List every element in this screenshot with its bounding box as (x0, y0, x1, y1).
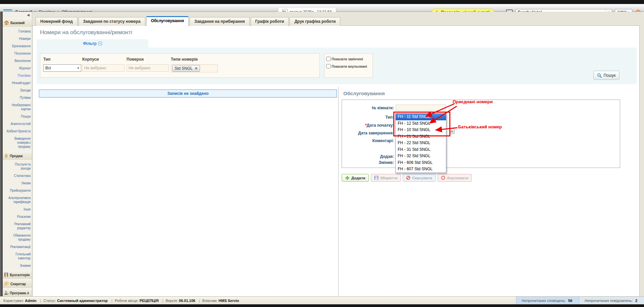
show-cancelled-checkbox[interactable] (326, 64, 331, 68)
sidebar-item-kabinet-bronista[interactable]: Кабінет броніста (3, 128, 32, 135)
sidebar-item-obmezhennya-prodazhu[interactable]: Обмеження продажу (3, 232, 32, 243)
dropdown-item[interactable]: FH - 606 Std SNGL (396, 160, 446, 166)
sidebar-item-umovy[interactable]: Умови (3, 180, 32, 187)
sidebar-item-alternatyvna-taryfikatsiya[interactable]: Альтернативна тарифікація (3, 194, 32, 206)
cancel-button-label: Скасувати (412, 176, 432, 180)
ledger-icon (4, 272, 8, 277)
dropdown-item[interactable]: FH - 21 Std SNGL (396, 133, 446, 140)
sidebar-item-holovna[interactable]: Головна (3, 28, 32, 35)
status-workplace-label: Робоче місце: (115, 299, 139, 303)
tab-druk-hrafika[interactable]: Друк графіка роботи (290, 17, 340, 26)
show-cancelled-checkbox-row[interactable]: Показати анульовані (326, 64, 371, 68)
sidebar-item-pokoivky[interactable]: Покоївки (3, 72, 32, 79)
status-user-value: Admin (25, 299, 36, 303)
tab-zavdannya-prybyrannya[interactable]: Завдання на прибирання (190, 17, 249, 26)
sidebar-section-label: Секретар (10, 282, 26, 286)
sidebar-item-zakhody[interactable]: Заходи (3, 87, 32, 94)
sidebar-item-poshuk[interactable]: Пошук (3, 113, 32, 120)
sidebar-item-ankety-hostei[interactable]: Анкети гостей (3, 120, 32, 128)
sidebar-item-zhurnal[interactable]: Журнал (3, 65, 32, 72)
unread-messages-badge[interactable]: Непрочитаних повідомлень: 2 (579, 297, 644, 304)
tab-hrafik-roboty[interactable]: Графік роботи (251, 17, 289, 26)
cancel-button[interactable]: Скасувати (403, 174, 435, 182)
tab-nomernyi-fond[interactable]: Номерний фонд (36, 17, 78, 26)
sidebar-item-nichnyi-audyt[interactable]: Нічний аудит (3, 79, 32, 87)
remove-tag-icon[interactable]: ✕ (195, 66, 198, 71)
sidebar-item-znyzhky[interactable]: Знижки (3, 262, 32, 269)
form-buttons: Додати Зберегти Скасувати (342, 174, 472, 182)
sidebar-collapse-arrow[interactable]: ◀ (3, 12, 32, 17)
filter-body: Тип Всі ▼ Корпуси Поверхи (37, 48, 637, 84)
dropdown-item[interactable]: FH - 10 Std SNGL (396, 127, 446, 133)
sidebar-item-poselennya[interactable]: Поселення (3, 50, 32, 57)
sidebar-section-bukhhalteriya[interactable]: Бухгалтерія (3, 271, 32, 279)
room-type-tag[interactable]: Std SNGL ✕ (172, 65, 200, 72)
search-icon (597, 73, 602, 78)
dropdown-item[interactable]: FH - 11 Std SNGL (396, 114, 446, 120)
sidebar-item-bronyuvannya[interactable]: Бронювання (3, 43, 32, 50)
collapse-minus-icon[interactable]: − (98, 42, 102, 45)
sidebar-item-posluhy-zakhody[interactable]: Послуги та заходи (3, 161, 32, 172)
search-button-label: Пошук (603, 73, 615, 78)
sidebar-section-prohrama-loyalnosti[interactable]: Програма л (3, 289, 32, 296)
app-window: Базовий > Покоївки > Обслуговування 02 т… (0, 0, 644, 307)
save-button[interactable]: Зберегти (371, 174, 401, 182)
tab-zavdannya-status[interactable]: Завдання по статусу номера (79, 17, 145, 26)
sidebar-item-vyselennya[interactable]: Виселення (3, 57, 32, 65)
floors-filter-input[interactable] (127, 64, 169, 72)
filter-label: Фільтр (83, 41, 97, 46)
room-number-field[interactable] (396, 105, 446, 111)
sidebar-section-label: Продаж (10, 154, 22, 158)
search-button[interactable]: Пошук (593, 71, 620, 80)
sidebar-item-nomery[interactable]: Номери (3, 35, 32, 43)
left-edge-strip (0, 12, 3, 296)
sidebar-section-sekretar[interactable]: Секретар (3, 280, 32, 288)
show-cancelled-label: Показати анульовані (332, 64, 367, 68)
unread-alerts-badge[interactable]: Непрочитаних сповіщень: 56 (516, 297, 579, 304)
floors-filter-label: Поверхи (127, 57, 171, 62)
show-finished-checkbox-row[interactable]: Показати закінчені (326, 57, 371, 61)
dropdown-item[interactable]: FH - 607 Std SNGL (396, 166, 446, 173)
show-finished-label: Показати закінчені (332, 57, 363, 61)
chevron-down-icon: ▼ (77, 67, 81, 70)
panel-splitter (338, 87, 339, 297)
content-panel: Номери на обслуговуванні/ремонті Фільтр … (32, 25, 640, 296)
sidebar-item-statystyka[interactable]: Статистика (3, 172, 32, 180)
sidebar-section-bazovyi[interactable]: Базовий (3, 19, 32, 26)
show-finished-checkbox[interactable] (326, 57, 331, 61)
annul-button[interactable]: Анулювати (438, 174, 472, 182)
sidebar-section-label: Програма л (10, 291, 29, 295)
add-button[interactable]: Додати (342, 174, 369, 182)
sidebar-item-putivky[interactable]: Путівки (3, 94, 32, 102)
room-types-filter-field[interactable]: Std SNGL ✕ (171, 64, 218, 72)
dropdown-item[interactable]: FH - 12 Std SNGL (396, 120, 446, 127)
dropdown-item[interactable]: FH - 32 Std SNGL (396, 153, 446, 160)
plus-icon (345, 176, 350, 180)
sidebar-item-preiskuranty[interactable]: Прейскуранти (3, 187, 32, 194)
sidebar-item-reklamni-aktsii[interactable]: Рекламні акції (3, 243, 32, 251)
dropdown-item[interactable]: FH - 22 Std SNGL (396, 140, 446, 146)
status-notifications: Непрочитаних сповіщень: 56 Непрочитаних … (516, 297, 644, 304)
sidebar-item-rozsylky[interactable]: Розсилки (3, 213, 32, 221)
filter-collapse-tab[interactable]: Фільтр − (37, 39, 148, 48)
unread-alerts-label: Непрочитаних сповіщень: (522, 299, 566, 303)
sidebar-item-nezberezheni-kartky[interactable]: Незбережені картки (3, 102, 32, 113)
sidebar-section-prodazh[interactable]: Продаж (3, 152, 32, 160)
sidebar-item-hotelnyi-inventar[interactable]: Готельний інвентар (3, 251, 32, 262)
detail-panel-title: Обслуговування (343, 90, 385, 96)
sidebar-item-reklamnyi-redaktor[interactable]: Рекламний редактор (3, 221, 32, 232)
annotation-parent-room: Батьківський номер (458, 124, 502, 129)
status-status-value: Системный администратор (57, 299, 108, 303)
buildings-filter-input[interactable] (82, 64, 125, 72)
no-end-date-infinity-button[interactable]: ∞ (449, 128, 455, 134)
top-black-bar (0, 0, 644, 4)
type-filter-select[interactable]: Всі ▼ (43, 64, 81, 72)
sidebar-item-inshe[interactable]: Інше (3, 206, 32, 213)
dropdown-item[interactable]: FH - 31 Std SNGL (396, 146, 446, 153)
status-workplace-value: РЕЦЕПЦІЯ (140, 299, 159, 303)
sidebar-item-vyvedennya-nomeriv[interactable]: Виведення номерів з продажу (3, 135, 32, 150)
status-version-label: Версія: (165, 299, 178, 303)
tab-obsluhovuvannya[interactable]: Обслуговування (146, 16, 189, 26)
loyalty-icon (4, 291, 8, 295)
service-form: № кімнати: Тип: *Дата початку: Дата заве… (342, 100, 620, 168)
